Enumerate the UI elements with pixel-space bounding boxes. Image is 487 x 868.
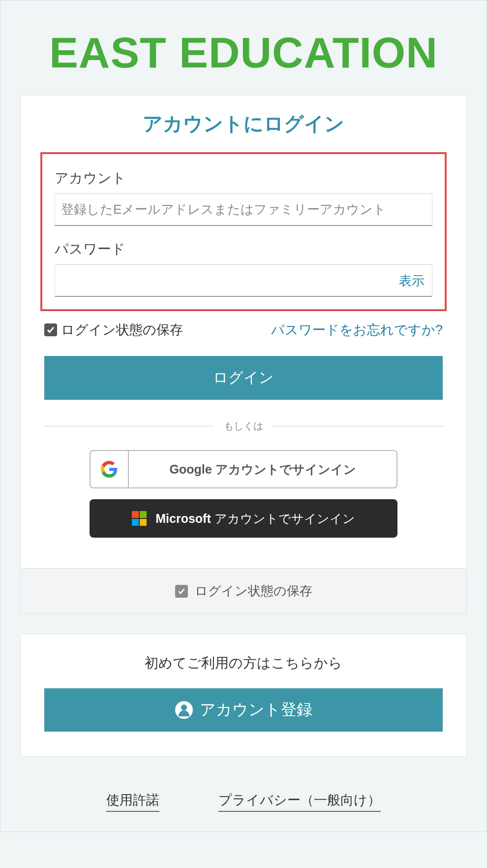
divider-label: もしくは <box>214 419 273 433</box>
login-card: アカウントにログイン アカウント パスワード 表示 ログイン状態の保存 <box>20 95 467 614</box>
password-label: パスワード <box>55 240 432 258</box>
register-button-label: アカウント登録 <box>200 699 312 721</box>
google-icon <box>91 451 129 487</box>
account-field-group: アカウント <box>55 169 432 226</box>
show-password-toggle[interactable]: 表示 <box>399 272 425 289</box>
checkbox-icon <box>44 323 57 336</box>
credentials-highlight: アカウント パスワード 表示 <box>40 152 447 311</box>
brand-title: EAST EDUCATION <box>20 28 467 78</box>
bottom-remember-bar[interactable]: ログイン状態の保存 <box>21 568 466 613</box>
login-button[interactable]: ログイン <box>44 356 443 400</box>
register-card: 初めてご利用の方はこちらから アカウント登録 <box>20 634 467 757</box>
sso-group: Google アカウントでサインイン Microsoft アカウントでサインイン <box>21 450 466 568</box>
register-prompt: 初めてご利用の方はこちらから <box>44 654 443 673</box>
checkbox-icon <box>175 585 188 598</box>
account-input[interactable] <box>55 193 432 226</box>
login-options-row: ログイン状態の保存 パスワードをお忘れですか? <box>21 321 466 339</box>
privacy-link[interactable]: プライバシー（一般向け） <box>218 791 381 812</box>
password-input[interactable] <box>55 264 432 297</box>
password-field-group: パスワード 表示 <box>55 240 432 297</box>
sso-divider: もしくは <box>44 419 443 433</box>
remember-checkbox-wrap[interactable]: ログイン状態の保存 <box>44 321 183 339</box>
account-label: アカウント <box>55 169 432 188</box>
bottom-remember-label: ログイン状態の保存 <box>195 582 312 600</box>
login-heading: アカウントにログイン <box>21 110 466 137</box>
person-icon <box>175 701 193 719</box>
register-button[interactable]: アカウント登録 <box>44 688 443 732</box>
brand-header: EAST EDUCATION <box>20 0 467 95</box>
google-signin-button[interactable]: Google アカウントでサインイン <box>90 450 397 488</box>
terms-link[interactable]: 使用許諾 <box>106 791 159 812</box>
google-signin-label: Google アカウントでサインイン <box>129 461 396 478</box>
microsoft-signin-label: Microsoft アカウントでサインイン <box>155 511 355 527</box>
remember-label: ログイン状態の保存 <box>61 321 183 339</box>
microsoft-signin-button[interactable]: Microsoft アカウントでサインイン <box>90 499 397 538</box>
footer-links: 使用許諾 プライバシー（一般向け） <box>20 776 467 812</box>
microsoft-icon <box>132 511 147 526</box>
forgot-password-link[interactable]: パスワードをお忘れですか? <box>271 321 443 339</box>
